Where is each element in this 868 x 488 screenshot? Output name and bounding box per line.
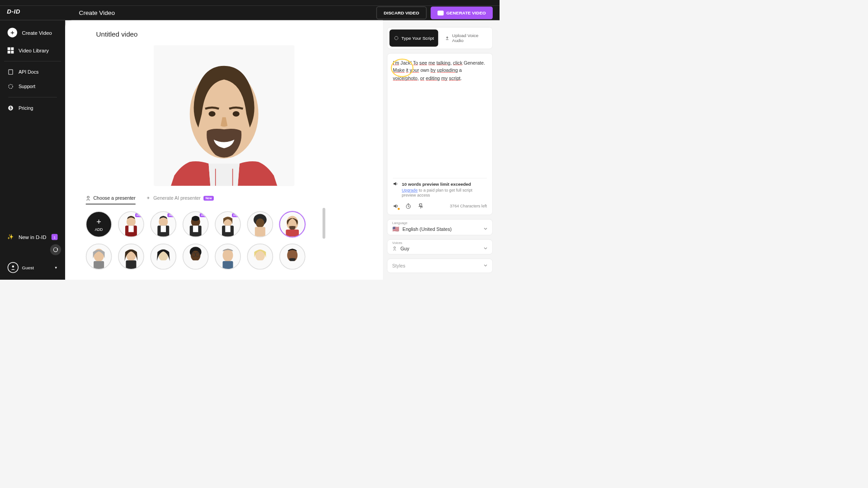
sidebar-item-api[interactable]: API Docs xyxy=(4,65,61,79)
sidebar: + Create Video Video Library API Docs Su… xyxy=(0,20,65,280)
sparkle-icon: ✨ xyxy=(8,234,14,240)
logo[interactable]: D-ID xyxy=(7,7,20,19)
person-icon xyxy=(392,246,397,251)
sidebar-item-pricing[interactable]: $ Pricing xyxy=(4,101,61,115)
generate-label: GENERATE VIDEO xyxy=(446,10,486,15)
user-avatar-icon xyxy=(8,262,19,273)
presenter-thumb[interactable] xyxy=(86,244,112,270)
svg-rect-37 xyxy=(286,230,299,237)
flag-icon: 🇺🇸 xyxy=(392,225,399,232)
header: D-ID Create Video DISCARD VIDEO GENERATE… xyxy=(0,5,500,20)
presenter-thumb[interactable]: HQ xyxy=(118,211,144,238)
svg-rect-43 xyxy=(126,260,136,269)
video-title-input[interactable]: Untitled video xyxy=(96,31,369,38)
script-textarea[interactable]: I'm Jack! To see me talking, click Gener… xyxy=(387,53,493,215)
hq-badge: HQ xyxy=(167,213,174,217)
upgrade-row: Upgrade to a paid plan to get full scrip… xyxy=(402,188,487,197)
sync-button[interactable] xyxy=(50,244,61,255)
speaker-warn-icon xyxy=(393,181,398,187)
tab-upload-audio[interactable]: Upload Voice Audio xyxy=(442,29,491,47)
svg-text:D-ID: D-ID xyxy=(7,8,20,15)
add-label: ADD xyxy=(95,227,103,231)
unpin-button[interactable] xyxy=(418,203,424,209)
presenter-thumb[interactable] xyxy=(118,244,144,270)
sidebar-item-create[interactable]: + Create Video xyxy=(4,23,61,41)
scrollbar[interactable] xyxy=(322,208,325,239)
svg-rect-29 xyxy=(225,225,231,232)
generate-button[interactable]: GENERATE VIDEO xyxy=(430,6,493,19)
svg-rect-34 xyxy=(255,227,265,237)
svg-point-12 xyxy=(87,196,90,198)
tab-generate-label: Generate AI presenter xyxy=(153,196,201,201)
presenter-thumb[interactable]: HQ xyxy=(215,211,241,238)
sidebar-item-support[interactable]: Support xyxy=(4,79,61,94)
tab-generate-presenter[interactable]: Generate AI presenter New xyxy=(146,193,214,204)
presenter-thumb[interactable] xyxy=(150,244,176,270)
svg-point-5 xyxy=(12,265,14,267)
video-icon xyxy=(437,10,443,15)
styles-label: Styles xyxy=(392,263,406,268)
chevron-down-icon xyxy=(483,246,487,251)
new-count-badge: 1 xyxy=(52,234,58,240)
svg-rect-59 xyxy=(255,260,265,269)
keyboard-icon xyxy=(394,36,399,41)
svg-point-2 xyxy=(9,84,13,89)
svg-rect-46 xyxy=(158,260,169,269)
upgrade-link[interactable]: Upgrade xyxy=(402,188,418,193)
svg-point-33 xyxy=(256,218,264,227)
presenter-thumb[interactable]: HQ xyxy=(183,211,209,238)
sparkle-icon xyxy=(146,196,151,201)
plus-icon: + xyxy=(96,217,101,226)
person-icon xyxy=(86,196,91,201)
grid-icon xyxy=(8,47,14,54)
divider xyxy=(4,61,61,61)
voices-dropdown[interactable]: Voices Guy xyxy=(387,239,493,254)
editor-panel: Untitled video xyxy=(65,20,383,280)
presenter-thumb-selected[interactable] xyxy=(279,211,306,238)
hq-badge: HQ xyxy=(135,213,142,217)
warn-text: 10 words preview limit exceeded xyxy=(402,181,471,186)
discard-button[interactable]: DISCARD VIDEO xyxy=(377,6,426,19)
user-menu[interactable]: Guest ▼ xyxy=(4,258,61,276)
presenter-thumb[interactable] xyxy=(279,244,306,270)
svg-point-65 xyxy=(394,247,396,249)
plus-icon: + xyxy=(8,28,17,37)
new-badge: New xyxy=(203,196,214,201)
svg-rect-40 xyxy=(94,261,104,269)
tab-type-label: Type Your Script xyxy=(401,36,434,41)
dollar-icon: $ xyxy=(8,105,14,111)
timer-button[interactable] xyxy=(405,203,411,209)
svg-point-8 xyxy=(208,111,215,117)
svg-rect-25 xyxy=(193,225,198,232)
speaker-button[interactable] xyxy=(393,203,399,209)
sidebar-library-label: Video Library xyxy=(19,47,49,53)
presenter-thumb[interactable]: HQ xyxy=(150,211,176,238)
voices-label: Voices xyxy=(392,241,402,245)
styles-dropdown[interactable]: Styles xyxy=(387,258,493,273)
char-count: 3764 Characters left xyxy=(450,204,487,209)
tab-type-script[interactable]: Type Your Script xyxy=(389,29,438,47)
presenter-thumb[interactable] xyxy=(247,244,273,270)
sidebar-item-new[interactable]: ✨ New in D-ID 1 xyxy=(4,230,61,244)
language-dropdown[interactable]: Language 🇺🇸 English (United States) xyxy=(387,219,493,235)
language-label: Language xyxy=(392,221,408,225)
svg-rect-1 xyxy=(9,70,13,75)
tab-choose-label: Choose a presenter xyxy=(93,196,135,201)
presenter-thumb[interactable] xyxy=(215,244,241,270)
sidebar-support-label: Support xyxy=(19,84,35,89)
svg-rect-56 xyxy=(222,261,233,269)
chevron-down-icon xyxy=(483,226,487,232)
add-presenter-button[interactable]: + ADD xyxy=(86,211,112,238)
svg-rect-16 xyxy=(128,225,134,232)
tab-choose-presenter[interactable]: Choose a presenter xyxy=(86,193,136,204)
script-tabs: Type Your Script Upload Voice Audio xyxy=(387,27,493,49)
presenter-preview xyxy=(154,45,294,186)
sidebar-create-label: Create Video xyxy=(22,30,52,36)
svg-point-63 xyxy=(395,36,398,40)
sidebar-item-library[interactable]: Video Library xyxy=(4,43,61,58)
presenter-thumb[interactable] xyxy=(183,244,209,270)
script-text-content[interactable]: I'm Jack! To see me talking, click Gener… xyxy=(393,59,487,175)
presenter-thumb[interactable] xyxy=(247,211,273,238)
sidebar-pricing-label: Pricing xyxy=(19,105,33,111)
svg-point-55 xyxy=(222,249,233,262)
